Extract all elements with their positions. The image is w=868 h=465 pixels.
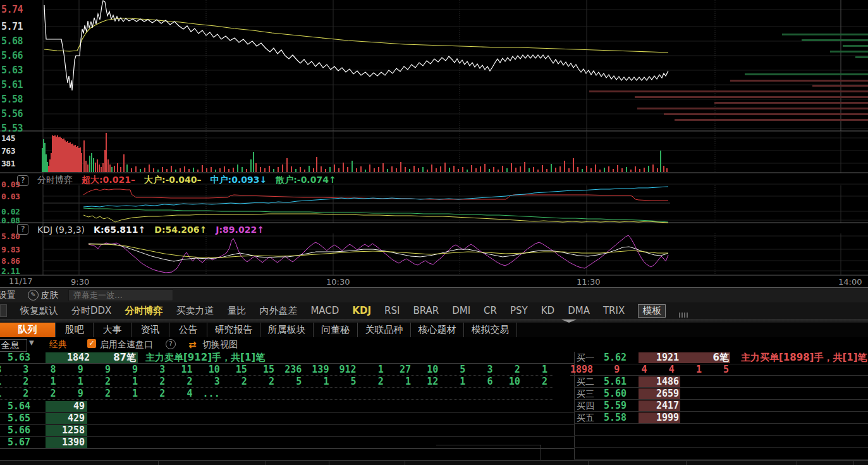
- sell-queue-row: 12112122322515211216102: [0, 376, 553, 388]
- danmaku-input[interactable]: [68, 289, 173, 301]
- settings-button[interactable]: 设置: [0, 290, 16, 301]
- axis-label: 8.86: [1, 256, 20, 266]
- queue-order-qty: 2: [89, 388, 116, 399]
- indicator-tab-BRAR[interactable]: BRAR: [413, 305, 439, 316]
- sell-queue-row: 838999311101515236139912127105321: [0, 364, 553, 376]
- function-tab-股吧[interactable]: 股吧: [56, 323, 94, 337]
- axis-label: 763: [1, 146, 15, 156]
- help-circle-icon[interactable]: ?: [166, 339, 176, 349]
- indicator-tab-分时DDX[interactable]: 分时DDX: [71, 305, 111, 317]
- empty-row: [574, 448, 868, 460]
- buy-level-row[interactable]: 买三5.602659: [574, 388, 868, 400]
- queue-order-qty: 1: [307, 376, 334, 387]
- indicator-tab-RSI[interactable]: RSI: [384, 305, 400, 316]
- buy-queue-qty: 5: [707, 364, 734, 375]
- kdj-title: KDJ (9,3,3): [37, 225, 85, 235]
- function-tab-问董秘[interactable]: 问董秘: [314, 323, 358, 337]
- buy-price: 5.58: [604, 412, 627, 423]
- axis-label: 2.11: [1, 266, 20, 276]
- template-button[interactable]: 模板: [638, 304, 666, 318]
- function-tab-资讯[interactable]: 资讯: [131, 323, 169, 337]
- axis-label: 5.68: [1, 35, 23, 47]
- buy-qty: 1486: [656, 376, 679, 387]
- indicator-tab-内外盘差[interactable]: 内外盘差: [259, 305, 297, 317]
- axis-label: 145: [1, 133, 15, 143]
- buy-queue-qty: 1898: [570, 364, 597, 375]
- clipped-edge-box: [0, 304, 7, 317]
- indicator-tab-KDJ[interactable]: KDJ: [352, 305, 371, 316]
- indicator-tab-KD[interactable]: KD: [541, 305, 554, 316]
- sell-level-row[interactable]: 5.661258: [0, 425, 574, 437]
- buy-queue-qty: 9: [597, 364, 625, 375]
- skin-brush-icon[interactable]: ✎: [28, 290, 39, 301]
- indicator-tab-恢复默认[interactable]: 恢复默认: [20, 305, 58, 317]
- time-tick: 10:30: [326, 277, 350, 287]
- drag-grip-icon[interactable]: [679, 313, 688, 318]
- queue-order-qty: 3: [6, 364, 34, 375]
- help-icon[interactable]: ?: [17, 224, 28, 235]
- queue-order-qty: 1: [116, 388, 143, 399]
- axis-label: 5.63: [1, 65, 23, 76]
- time-tick: 11:30: [577, 277, 600, 287]
- time-tick: 9:30: [71, 277, 89, 287]
- function-tab-大事[interactable]: 大事: [94, 323, 131, 337]
- function-tab-关联品种[interactable]: 关联品种: [358, 323, 411, 337]
- indicator-tab-DMA[interactable]: DMA: [568, 305, 590, 316]
- buy-one-price: 5.62: [604, 352, 627, 363]
- buy-queue-row: 189894415: [570, 364, 868, 376]
- queue-order-qty: 12: [416, 376, 443, 387]
- function-tab-所属板块[interactable]: 所属板块: [260, 323, 314, 337]
- indicator-tab-量比[interactable]: 量比: [227, 305, 246, 317]
- function-tab-公告[interactable]: 公告: [169, 323, 207, 337]
- boyi-title: 分时博弈: [37, 175, 73, 186]
- buy-level-row[interactable]: 买四5.592417: [574, 400, 868, 412]
- queue-order-qty: 2: [6, 388, 34, 399]
- buy-one-row[interactable]: 买一 5.62 1921 6笔 主力买单[1898]手，共[1]笔: [574, 352, 868, 364]
- queue-order-qty: 2: [225, 376, 252, 387]
- axis-label: 5.61: [1, 79, 23, 90]
- switch-view-button[interactable]: 切换视图: [202, 339, 238, 350]
- queue-order-qty: 3: [143, 364, 170, 375]
- function-tab-核心题材[interactable]: 核心题材: [411, 323, 464, 337]
- sell-level-row[interactable]: 5.671390: [0, 437, 574, 449]
- indicator-tab-DMI[interactable]: DMI: [452, 305, 470, 316]
- sell-price: 5.65: [8, 412, 30, 424]
- kdj-d-value: D:54.206↑: [154, 225, 207, 235]
- buy-qty-bar: 2659: [639, 388, 680, 399]
- indicator-tab-PSY[interactable]: PSY: [510, 305, 528, 316]
- buy-qty-bar: 1999: [639, 412, 680, 423]
- buy-price: 5.60: [604, 388, 627, 399]
- indicator-tab-买卖力道[interactable]: 买卖力道: [176, 305, 214, 317]
- buy-queue-qty: 4: [625, 364, 652, 375]
- fullspeed-checkbox[interactable]: ✓: [87, 339, 96, 348]
- queue-order-qty: 27: [389, 364, 416, 375]
- queue-order-qty: 2: [170, 376, 197, 387]
- sell-one-row[interactable]: 5.63 1842 87笔 主力卖单[912]手，共[1]笔: [0, 352, 574, 364]
- queue-order-qty: 1: [525, 364, 553, 375]
- function-tab-研究报告[interactable]: 研究报告: [207, 323, 260, 337]
- order-book: 5.63 1842 87笔 主力卖单[912]手，共[1]笔 838999311…: [0, 352, 868, 460]
- classic-view-link[interactable]: 经典: [49, 339, 67, 350]
- indicator-tab-MACD[interactable]: MACD: [310, 305, 339, 316]
- sell-one-deals: 87笔: [113, 352, 136, 363]
- queue-order-qty: 11: [170, 364, 197, 375]
- function-tab-模拟交易[interactable]: 模拟交易: [464, 323, 517, 337]
- skin-button[interactable]: 皮肤: [40, 290, 58, 301]
- indicator-tab-CR[interactable]: CR: [484, 305, 497, 316]
- date-label: 11/17: [9, 276, 32, 286]
- sell-level-row[interactable]: 5.6449: [0, 400, 574, 412]
- help-icon[interactable]: ?: [17, 175, 28, 186]
- buy-level-row[interactable]: 买五5.581999: [574, 412, 868, 424]
- chevron-down-icon[interactable]: ▼: [29, 339, 34, 346]
- function-tab-队列[interactable]: 队列: [0, 323, 56, 337]
- indicator-tab-TRIX[interactable]: TRIX: [603, 305, 625, 316]
- holo-dropdown[interactable]: 全息: [0, 339, 27, 352]
- queue-order-qty: 2: [362, 376, 389, 387]
- buy-level-row[interactable]: 买二5.611486: [574, 376, 868, 388]
- sell-level-row[interactable]: 5.65429: [0, 412, 574, 425]
- queue-order-qty: 9: [116, 364, 143, 375]
- switch-view-icon[interactable]: ⇄: [188, 339, 197, 350]
- queue-order-qty: ...: [198, 388, 225, 399]
- boyi-indicator-header: ? 分时博弈 超大:0.021– 大户:-0.040– 中户:0.093↓ 散户…: [0, 175, 670, 186]
- indicator-tab-分时博弈[interactable]: 分时博弈: [125, 305, 162, 317]
